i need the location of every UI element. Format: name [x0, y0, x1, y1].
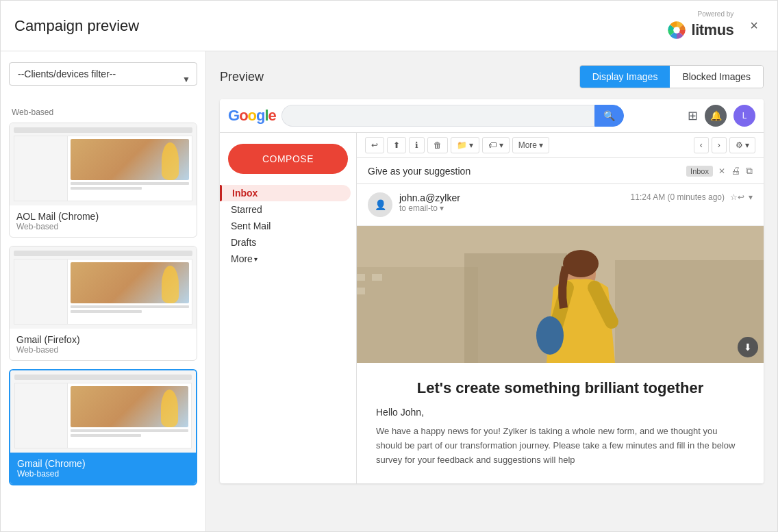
thumb-line-2 [71, 187, 142, 190]
thumb-figure-2 [162, 266, 179, 303]
image-toggle: Display Images Blocked Images [579, 65, 764, 88]
litmus-text: litmus [692, 21, 734, 39]
nav-label-more: More [231, 253, 253, 264]
toolbar-settings-button[interactable]: ⚙ ▾ [729, 137, 755, 153]
client-card-gmail-chrome[interactable]: Gmail (Chrome) Web-based [9, 369, 197, 485]
thumb-line-1 [71, 182, 189, 185]
litmus-icon [666, 19, 688, 41]
email-body-text: We have a happy news for you! Zylker is … [376, 425, 744, 467]
thumb-bar [14, 127, 192, 133]
powered-by-text: Powered by [698, 10, 734, 18]
app-header: Campaign preview Powered by [1, 1, 777, 51]
thumb-line-3 [71, 305, 189, 308]
thumb-figure [162, 142, 179, 180]
client-type-gmail-firefox: Web-based [16, 345, 190, 355]
litmus-brand: litmus [666, 19, 734, 41]
sender-avatar: 👤 [368, 192, 392, 217]
nav-label-inbox: Inbox [232, 188, 258, 199]
star-icon[interactable]: ☆ [730, 192, 738, 202]
toolbar-folder-button[interactable]: 📁 ▾ [451, 137, 479, 153]
header-right: Powered by litmus × [666, 10, 764, 41]
client-name-gmail-firefox: Gmail (Firefox) [16, 334, 190, 345]
thumb-content [14, 136, 192, 201]
badge-close-icon[interactable]: ✕ [718, 166, 725, 176]
toolbar-label-button[interactable]: 🏷 ▾ [482, 137, 509, 153]
toolbar-nav-prev[interactable]: ‹ [694, 137, 709, 153]
thumbnail-gmail-firefox [10, 246, 197, 329]
email-content-box: Let's create something brilliant togethe… [357, 363, 764, 483]
client-info-gmail-firefox: Gmail (Firefox) Web-based [10, 329, 197, 360]
client-info-aol: AOL Mail (Chrome) Web-based [10, 205, 197, 237]
gmail-search-button[interactable]: 🔍 [594, 105, 624, 127]
thumb-line-4 [71, 310, 142, 313]
email-body: ⬇ Let's create something brilliant toget… [357, 226, 764, 483]
nav-item-drafts[interactable]: Drafts [220, 234, 351, 251]
print-icon[interactable]: 🖨 [731, 165, 740, 177]
thumb-img [71, 139, 189, 180]
email-print-icons: 🖨 ⧉ [731, 165, 753, 177]
nav-item-inbox[interactable]: Inbox [220, 185, 351, 201]
gmail-search-input[interactable] [281, 105, 594, 127]
thumb-line-6 [71, 434, 141, 437]
page-title: Campaign preview [14, 17, 139, 35]
thumb-img-3 [71, 386, 188, 427]
client-card-aol[interactable]: AOL Mail (Chrome) Web-based [9, 123, 197, 238]
email-actions: ↩ ▾ [738, 192, 753, 202]
client-card-gmail-firefox[interactable]: Gmail (Firefox) Web-based [9, 246, 197, 361]
email-hero-wrapper: ⬇ [357, 226, 764, 363]
reply-icon[interactable]: ↩ [738, 192, 744, 202]
thumb-bar-2 [14, 251, 192, 256]
toolbar-more-button[interactable]: More ▾ [512, 137, 550, 153]
gmail-top-bar: Google 🔍 ⊞ 🔔 L [220, 99, 764, 133]
toolbar-delete-button[interactable]: 🗑 [427, 137, 448, 153]
nav-item-sent[interactable]: Sent Mail [220, 218, 351, 234]
thumb-main [68, 136, 192, 201]
litmus-logo: Powered by litmus [666, 10, 734, 41]
blocked-images-button[interactable]: Blocked Images [670, 66, 763, 88]
nav-item-starred[interactable]: Starred [220, 201, 351, 218]
download-button[interactable]: ⬇ [738, 337, 758, 357]
gmail-compose-area: COMPOSE [228, 144, 348, 174]
nav-item-more[interactable]: More ▾ [220, 251, 351, 267]
gmail-google-logo: Google [228, 107, 276, 125]
gmail-toolbar: ↩ ⬆ ℹ 🗑 📁 ▾ 🏷 ▾ More ▾ ‹ › ⚙ ▾ [357, 133, 764, 158]
toolbar-back-button[interactable]: ↩ [365, 137, 384, 153]
thumb-content-3 [14, 383, 192, 448]
gmail-main: ↩ ⬆ ℹ 🗑 📁 ▾ 🏷 ▾ More ▾ ‹ › ⚙ ▾ [357, 133, 764, 483]
thumb-sidebar [14, 136, 68, 201]
client-info-gmail-chrome: Gmail (Chrome) Web-based [10, 453, 196, 484]
filter-wrapper: --Clients/devices filter--Web-basedDeskt… [9, 62, 197, 97]
toolbar-archive-button[interactable]: ⬆ [387, 137, 406, 153]
compose-button[interactable]: COMPOSE [228, 144, 348, 174]
close-button[interactable]: × [744, 15, 764, 36]
new-window-icon[interactable]: ⧉ [746, 165, 753, 177]
svg-point-10 [536, 316, 564, 355]
hero-svg [357, 226, 764, 363]
toolbar-nav-next[interactable]: › [712, 137, 727, 153]
preview-title: Preview [220, 70, 264, 84]
thumb-main-3 [68, 383, 191, 448]
gmail-icons-right: ⊞ 🔔 L [688, 105, 755, 127]
gmail-apps-icon[interactable]: ⊞ [688, 108, 698, 123]
gmail-avatar[interactable]: L [733, 105, 755, 127]
svg-rect-7 [372, 274, 382, 281]
email-subject-bar: Give as your suggestion Inbox ✕ 🖨 ⧉ [357, 158, 764, 184]
toolbar-info-button[interactable]: ℹ [409, 137, 425, 153]
thumbnail-aol [10, 123, 197, 205]
display-images-button[interactable]: Display Images [580, 66, 670, 88]
preview-header: Preview Display Images Blocked Images [220, 65, 764, 88]
client-type-aol: Web-based [16, 222, 190, 231]
gmail-body: COMPOSE Inbox Starred Sent Mail Drafts [220, 133, 764, 483]
preview-content: Preview Display Images Blocked Images Go… [206, 51, 777, 532]
email-headline: Let's create something brilliant togethe… [376, 379, 744, 397]
section-label: Web-based [9, 107, 197, 117]
svg-rect-8 [357, 288, 365, 294]
clients-filter[interactable]: --Clients/devices filter--Web-basedDeskt… [9, 62, 197, 86]
email-sender: john.a@zylker [399, 192, 631, 203]
thumb-sidebar-2 [14, 259, 68, 324]
svg-point-1 [673, 27, 680, 34]
gmail-bell-icon[interactable]: 🔔 [705, 105, 727, 127]
thumbnail-gmail-chrome [10, 370, 196, 453]
sidebar: --Clients/devices filter--Web-basedDeskt… [1, 51, 206, 532]
more-actions-icon[interactable]: ▾ [749, 192, 753, 202]
